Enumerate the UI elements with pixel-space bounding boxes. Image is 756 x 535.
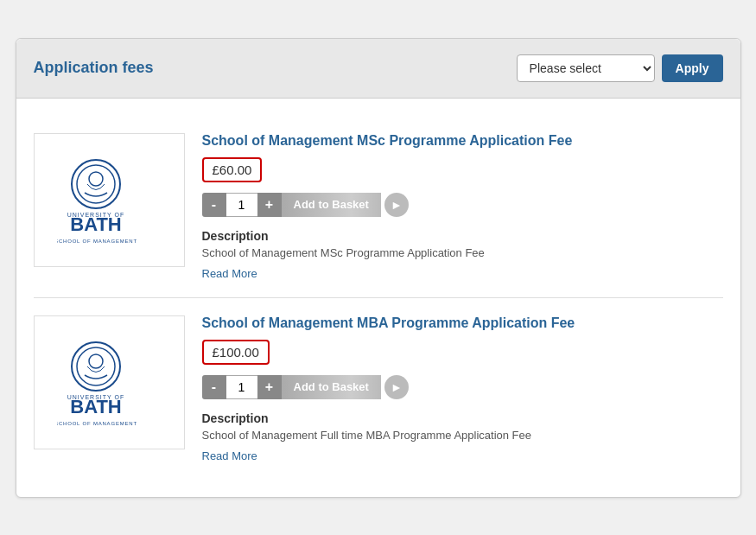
svg-text:SCHOOL OF MANAGEMENT: SCHOOL OF MANAGEMENT bbox=[57, 239, 137, 244]
read-more-msc[interactable]: Read More bbox=[202, 267, 257, 280]
qty-increase-msc[interactable]: + bbox=[257, 193, 282, 217]
application-fees-container: Application fees Please select Apply bbox=[16, 38, 741, 498]
svg-point-8 bbox=[89, 354, 103, 368]
svg-point-2 bbox=[89, 172, 103, 186]
svg-point-0 bbox=[72, 160, 120, 208]
qty-decrease-msc[interactable]: - bbox=[202, 193, 226, 217]
description-text-mba: School of Management Full time MBA Progr… bbox=[202, 429, 723, 442]
qty-decrease-mba[interactable]: - bbox=[202, 375, 226, 399]
add-to-basket-mba[interactable]: Add to Basket bbox=[282, 375, 381, 399]
page-header: Application fees Please select Apply bbox=[16, 39, 740, 99]
product-logo-mba: UNIVERSITY OF BATH SCHOOL OF MANAGEMENT bbox=[34, 315, 185, 449]
product-details-mba: School of Management MBA Programme Appli… bbox=[202, 315, 723, 462]
page-title: Application fees bbox=[34, 59, 154, 77]
svg-text:BATH: BATH bbox=[70, 213, 121, 235]
product-item-mba: UNIVERSITY OF BATH SCHOOL OF MANAGEMENT … bbox=[34, 298, 723, 480]
basket-controls-mba: - + Add to Basket ► bbox=[202, 375, 723, 399]
product-title-mba: School of Management MBA Programme Appli… bbox=[202, 315, 723, 331]
apply-button[interactable]: Apply bbox=[662, 54, 723, 82]
qty-input-mba[interactable] bbox=[226, 375, 257, 399]
add-to-basket-label-msc: Add to Basket bbox=[294, 198, 369, 211]
basket-arrow-msc[interactable]: ► bbox=[384, 193, 409, 217]
product-price-msc: £60.00 bbox=[202, 157, 263, 182]
header-controls: Please select Apply bbox=[517, 54, 723, 82]
read-more-mba[interactable]: Read More bbox=[202, 449, 257, 462]
svg-text:SCHOOL OF MANAGEMENT: SCHOOL OF MANAGEMENT bbox=[57, 421, 137, 426]
svg-point-7 bbox=[77, 347, 115, 385]
filter-select[interactable]: Please select bbox=[517, 54, 655, 82]
product-logo-msc: UNIVERSITY OF BATH SCHOOL OF MANAGEMENT bbox=[34, 133, 185, 267]
product-price-mba: £100.00 bbox=[202, 340, 270, 365]
qty-input-msc[interactable] bbox=[226, 193, 257, 217]
product-details-msc: School of Management MSc Programme Appli… bbox=[202, 133, 723, 280]
description-label-mba: Description bbox=[202, 411, 723, 425]
basket-arrow-mba[interactable]: ► bbox=[384, 375, 409, 399]
qty-increase-mba[interactable]: + bbox=[257, 375, 282, 399]
products-list: UNIVERSITY OF BATH SCHOOL OF MANAGEMENT … bbox=[16, 99, 740, 497]
bath-logo-svg-2: UNIVERSITY OF BATH SCHOOL OF MANAGEMENT bbox=[57, 330, 161, 434]
svg-text:BATH: BATH bbox=[70, 396, 121, 417]
svg-point-6 bbox=[72, 342, 120, 391]
description-label-msc: Description bbox=[202, 229, 723, 243]
add-to-basket-label-mba: Add to Basket bbox=[294, 380, 369, 393]
description-text-msc: School of Management MSc Programme Appli… bbox=[202, 246, 723, 259]
product-title-msc: School of Management MSc Programme Appli… bbox=[202, 133, 723, 149]
svg-point-1 bbox=[77, 165, 115, 203]
product-item-msc: UNIVERSITY OF BATH SCHOOL OF MANAGEMENT … bbox=[34, 116, 723, 298]
bath-logo-svg: UNIVERSITY OF BATH SCHOOL OF MANAGEMENT bbox=[57, 148, 161, 252]
basket-controls-msc: - + Add to Basket ► bbox=[202, 193, 723, 217]
add-to-basket-msc[interactable]: Add to Basket bbox=[282, 193, 381, 217]
